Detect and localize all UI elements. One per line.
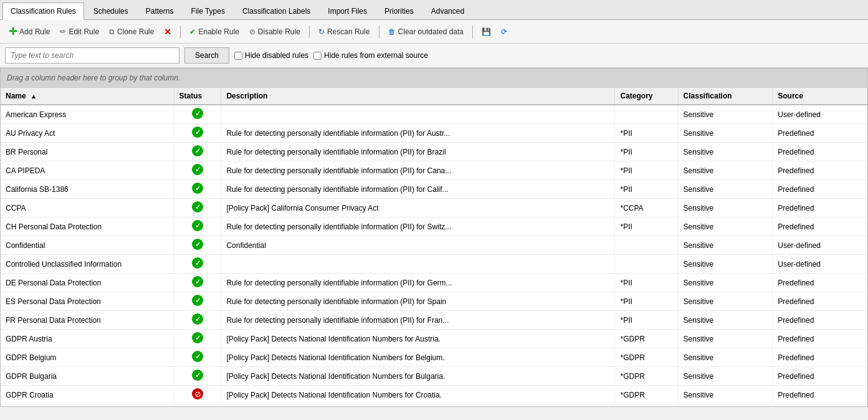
edit-rule-button[interactable]: ✏ Edit Rule bbox=[56, 26, 103, 38]
table-row[interactable]: Controlled Unclassified InformationSensi… bbox=[1, 255, 867, 274]
data-table: Name ▲ Status Description Category Class… bbox=[1, 88, 867, 404]
cell-name: FR Personal Data Protection bbox=[1, 311, 174, 330]
table-header-row: Name ▲ Status Description Category Class… bbox=[1, 88, 867, 105]
cell-description: [Policy Pack] Detects National Identific… bbox=[221, 386, 615, 404]
clone-rule-button[interactable]: ⧉ Clone Rule bbox=[105, 26, 158, 38]
clone-rule-label: Clone Rule bbox=[117, 27, 154, 36]
table-row[interactable]: American ExpressSensitiveUser-defined bbox=[1, 105, 867, 124]
cell-name: Controlled Unclassified Information bbox=[1, 255, 174, 274]
status-enabled-icon bbox=[192, 295, 203, 306]
status-enabled-icon bbox=[192, 257, 203, 269]
tab-patterns[interactable]: Patterns bbox=[138, 2, 182, 19]
cell-name: Confidential bbox=[1, 236, 174, 255]
toolbar: ✛ Add Rule ✏ Edit Rule ⧉ Clone Rule ✕ ✔ … bbox=[0, 20, 868, 44]
status-enabled-icon bbox=[192, 370, 203, 381]
add-rule-button[interactable]: ✛ Add Rule bbox=[5, 24, 54, 39]
cell-source: User-defined bbox=[773, 255, 867, 274]
cell-category: *GDPR bbox=[615, 330, 678, 348]
cell-source: Predefined bbox=[773, 161, 867, 180]
cell-classification: Sensitive bbox=[678, 367, 773, 386]
tab-classification-rules[interactable]: Classification Rules bbox=[2, 2, 84, 20]
table-row[interactable]: California SB-1386Rule for detecting per… bbox=[1, 180, 867, 199]
col-header-source[interactable]: Source bbox=[773, 88, 867, 105]
cell-status bbox=[174, 199, 221, 217]
cell-name: GDPR Belgium bbox=[1, 348, 174, 367]
clear-data-button[interactable]: 🗑 Clear outdated data bbox=[384, 26, 467, 38]
tab-advanced[interactable]: Advanced bbox=[423, 2, 472, 19]
refresh-button[interactable]: ⟳ bbox=[497, 26, 511, 38]
col-header-category[interactable]: Category bbox=[615, 88, 678, 105]
search-input[interactable] bbox=[5, 47, 179, 64]
clear-data-label: Clear outdated data bbox=[398, 27, 464, 36]
table-row[interactable]: CA PIPEDARule for detecting personally i… bbox=[1, 161, 867, 180]
status-enabled-icon bbox=[192, 220, 203, 231]
hide-disabled-text: Hide disabled rules bbox=[245, 51, 308, 60]
enable-rule-button[interactable]: ✔ Enable Rule bbox=[186, 26, 242, 38]
cell-classification: Sensitive bbox=[678, 124, 773, 143]
cell-classification: Sensitive bbox=[678, 180, 773, 199]
cell-description: [Policy Pack] California Consumer Privac… bbox=[221, 199, 615, 217]
cell-classification: Sensitive bbox=[678, 217, 773, 236]
cell-description: [Policy Pack] Detects National Identific… bbox=[221, 367, 615, 386]
cell-status bbox=[174, 105, 221, 124]
cell-classification: Sensitive bbox=[678, 311, 773, 330]
table-row[interactable]: DE Personal Data ProtectionRule for dete… bbox=[1, 274, 867, 292]
tab-priorities[interactable]: Priorities bbox=[376, 2, 422, 19]
cell-source: Predefined bbox=[773, 348, 867, 367]
status-enabled-icon bbox=[192, 276, 203, 287]
table-row[interactable]: GDPR Croatia[Policy Pack] Detects Nation… bbox=[1, 386, 867, 404]
cell-classification: Sensitive bbox=[678, 199, 773, 217]
cell-category: *PII bbox=[615, 124, 678, 143]
cell-category: *PII bbox=[615, 161, 678, 180]
table-row[interactable]: GDPR Bulgaria[Policy Pack] Detects Natio… bbox=[1, 367, 867, 386]
delete-rule-button[interactable]: ✕ bbox=[160, 25, 175, 39]
cell-description bbox=[221, 255, 615, 274]
refresh-icon: ⟳ bbox=[501, 27, 507, 36]
cell-name: BR Personal bbox=[1, 143, 174, 161]
cell-source: Predefined bbox=[773, 143, 867, 161]
cell-source: User-defined bbox=[773, 236, 867, 255]
table-row[interactable]: GDPR Belgium[Policy Pack] Detects Nation… bbox=[1, 348, 867, 367]
save-button[interactable]: 💾 bbox=[478, 26, 495, 38]
table-row[interactable]: BR PersonalRule for detecting personally… bbox=[1, 143, 867, 161]
hide-external-checkbox[interactable] bbox=[313, 52, 322, 60]
edit-rule-label: Edit Rule bbox=[69, 27, 99, 36]
tab-schedules[interactable]: Schedules bbox=[85, 2, 136, 19]
table-row[interactable]: ConfidentialConfidentialSensitiveUser-de… bbox=[1, 236, 867, 255]
hide-external-label[interactable]: Hide rules from external source bbox=[313, 51, 428, 60]
hide-disabled-checkbox[interactable] bbox=[234, 52, 242, 60]
cell-status bbox=[174, 348, 221, 367]
hide-disabled-label[interactable]: Hide disabled rules bbox=[234, 51, 308, 60]
cell-description bbox=[221, 105, 615, 124]
table-row[interactable]: FR Personal Data ProtectionRule for dete… bbox=[1, 311, 867, 330]
table-row[interactable]: AU Privacy ActRule for detecting persona… bbox=[1, 124, 867, 143]
table-body: American ExpressSensitiveUser-definedAU … bbox=[1, 105, 867, 404]
cell-category: *PII bbox=[615, 217, 678, 236]
disable-rule-button[interactable]: ⊘ Disable Rule bbox=[246, 26, 304, 38]
col-header-classification[interactable]: Classification bbox=[678, 88, 773, 105]
cell-source: Predefined bbox=[773, 386, 867, 404]
tab-file-types[interactable]: File Types bbox=[183, 2, 232, 19]
search-button[interactable]: Search bbox=[184, 47, 229, 64]
table-row[interactable]: CCPA[Policy Pack] California Consumer Pr… bbox=[1, 199, 867, 217]
cell-name: GDPR Croatia bbox=[1, 386, 174, 404]
cell-name: ES Personal Data Protection bbox=[1, 292, 174, 311]
cell-status bbox=[174, 274, 221, 292]
table-row[interactable]: CH Personal Data ProtectionRule for dete… bbox=[1, 217, 867, 236]
table-row[interactable]: GDPR Austria[Policy Pack] Detects Nation… bbox=[1, 330, 867, 348]
tab-import-files[interactable]: Import Files bbox=[320, 2, 375, 19]
col-header-description[interactable]: Description bbox=[221, 88, 615, 105]
cell-description: Confidential bbox=[221, 236, 615, 255]
cell-classification: Sensitive bbox=[678, 386, 773, 404]
cell-category: *GDPR bbox=[615, 386, 678, 404]
cell-name: CCPA bbox=[1, 199, 174, 217]
rescan-icon: ↻ bbox=[318, 27, 325, 36]
table-row[interactable]: ES Personal Data ProtectionRule for dete… bbox=[1, 292, 867, 311]
cell-description: Rule for detecting personally identifiab… bbox=[221, 143, 615, 161]
rescan-rule-button[interactable]: ↻ Rescan Rule bbox=[315, 26, 374, 38]
cell-description: [Policy Pack] Detects National Identific… bbox=[221, 348, 615, 367]
tab-classification-labels[interactable]: Classification Labels bbox=[234, 2, 318, 19]
col-header-status[interactable]: Status bbox=[174, 88, 221, 105]
col-header-name[interactable]: Name ▲ bbox=[1, 88, 174, 105]
cell-source: Predefined bbox=[773, 124, 867, 143]
